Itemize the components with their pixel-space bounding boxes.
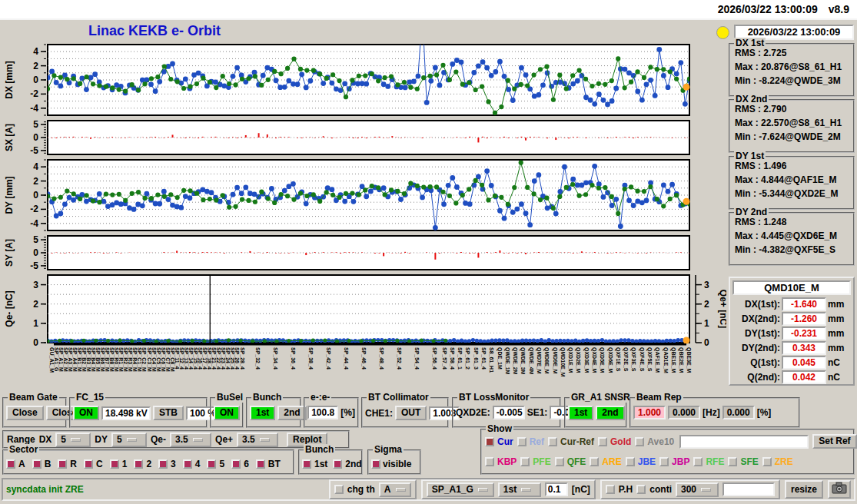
show-checkbox[interactable] xyxy=(693,457,703,466)
fc15-on-button[interactable]: ON xyxy=(73,406,99,420)
sector-checkbox[interactable] xyxy=(256,459,265,469)
range-qem-label: Qe- xyxy=(151,434,166,445)
show-checkbox[interactable] xyxy=(485,437,494,446)
sector-checkbox[interactable] xyxy=(158,459,168,469)
bunch-number-select[interactable]: 1st xyxy=(498,482,541,497)
range-qep-select[interactable]: 3.5 xyxy=(237,433,278,447)
hz-unit: [Hz] xyxy=(703,407,720,418)
sector-checkbox[interactable] xyxy=(110,459,119,469)
monitor-label: DY(2nd): xyxy=(732,343,780,353)
bunch-checkbox[interactable] xyxy=(333,459,342,469)
stats-dy-1st: DY 1st RMS : 1.496 Max : 4.844@QAF1E_M M… xyxy=(729,156,855,210)
monitor-value: -1.260 xyxy=(782,312,826,326)
range-qep-label: Qe+ xyxy=(215,434,233,445)
sector-checkbox[interactable] xyxy=(134,459,143,469)
busel-on-button[interactable]: ON xyxy=(214,406,240,420)
option-menu-indicator xyxy=(71,438,81,442)
sector-checkbox[interactable] xyxy=(84,459,93,469)
sector-item-6: 6 xyxy=(231,459,249,469)
se1-label: SE1: xyxy=(527,407,548,418)
option-menu-indicator xyxy=(127,438,137,442)
conti-checkbox[interactable] xyxy=(636,485,646,494)
range-dy-label: DY xyxy=(95,434,108,445)
chg-th-label: chg th xyxy=(347,484,375,495)
bunch-checkbox[interactable] xyxy=(302,459,311,469)
sector-checkbox[interactable] xyxy=(32,459,42,469)
screenshot-button[interactable] xyxy=(828,480,851,499)
show-label: SFE xyxy=(740,456,758,467)
monitor-row: DY(2nd): 0.343 mm xyxy=(732,340,851,355)
show-label: RFE xyxy=(706,456,724,467)
monitor-label: Q(1st): xyxy=(732,357,780,368)
bunch-select-group: Bunch 1st 2nd xyxy=(246,397,301,428)
snsr-1st-button[interactable]: 1st xyxy=(568,406,593,420)
show-checkbox[interactable] xyxy=(635,437,644,446)
bunch-2nd-button[interactable]: 2nd xyxy=(277,406,306,420)
monitor-unit: nC xyxy=(828,357,848,368)
monitor-value: 0.045 xyxy=(782,356,826,370)
sector-item-a: A xyxy=(6,459,25,469)
show-label: Ave10 xyxy=(647,436,674,447)
set-ref-button[interactable]: Set Ref xyxy=(812,434,856,449)
sector-checkbox[interactable] xyxy=(183,459,192,469)
stat-max: Max : 4.844@QAF1E_M xyxy=(735,174,853,185)
threshold-input[interactable] xyxy=(545,482,568,496)
show-checkbox[interactable] xyxy=(520,457,530,466)
snsr-2nd-button[interactable]: 2nd xyxy=(596,406,624,420)
extra-input[interactable] xyxy=(722,482,775,496)
sector-item-b: B xyxy=(32,459,51,469)
show-checkbox[interactable] xyxy=(728,457,737,466)
fc15-stb-button[interactable]: STB xyxy=(153,406,184,420)
sector-checkbox[interactable] xyxy=(58,459,67,469)
monitor-unit: mm xyxy=(828,299,848,310)
range-dx-select[interactable]: 5 xyxy=(55,433,91,447)
chg-th-checkbox[interactable] xyxy=(334,485,344,494)
sector-checkbox[interactable] xyxy=(207,459,216,469)
show-checkbox[interactable] xyxy=(555,457,564,466)
range-qem-select[interactable]: 3.5 xyxy=(170,433,211,447)
show-checkbox[interactable] xyxy=(517,437,526,446)
show-label: ZRE xyxy=(775,456,793,467)
stat-min: Min : -7.624@QWDE_2M xyxy=(735,131,853,142)
sector-checkbox[interactable] xyxy=(6,459,15,469)
ref-file-input[interactable] xyxy=(679,435,809,449)
show-item-jbp: JBP xyxy=(659,456,689,467)
ph-checkbox[interactable] xyxy=(606,485,615,494)
stat-rms: RMS : 2.725 xyxy=(735,48,853,58)
gr-snsr-group: GR_A1 SNSR 1st 2nd xyxy=(564,397,627,428)
sector-label: R xyxy=(70,459,77,469)
che1-out-button[interactable]: OUT xyxy=(395,406,427,420)
beam-rep-group: Beam Rep 1.000 0.000 [Hz] 0.000 [%] xyxy=(629,397,800,428)
sector-label: B xyxy=(45,459,51,469)
ph-label: P.H xyxy=(619,484,633,495)
show-checkbox[interactable] xyxy=(485,457,494,466)
group-title: Beam Gate xyxy=(8,392,59,403)
sector-checkbox[interactable] xyxy=(231,459,241,469)
show-checkbox[interactable] xyxy=(548,437,557,446)
show-checkbox[interactable] xyxy=(762,457,772,466)
show-checkbox[interactable] xyxy=(590,457,599,466)
sector-item-c: C xyxy=(84,459,103,469)
beam-gate-close-1-button[interactable]: Close xyxy=(6,406,44,420)
stats-dx-1st: DX 1st RMS : 2.725 Max : 20.876@S8_61_H1… xyxy=(729,43,855,97)
show-checkbox[interactable] xyxy=(598,437,607,446)
monitor-value: -1.640 xyxy=(782,297,826,311)
show-label: Cur xyxy=(497,436,513,447)
range-dy-select[interactable]: 5 xyxy=(111,433,147,447)
resize-button[interactable]: resize xyxy=(785,480,823,499)
group-title: GR_A1 SNSR xyxy=(570,392,632,403)
stat-rms: RMS : 1.248 xyxy=(735,217,853,227)
show-label: JBP xyxy=(672,456,689,467)
chg-th-select[interactable]: A xyxy=(379,482,411,497)
sigma-visible-checkbox[interactable] xyxy=(371,459,380,469)
show-label: JBE xyxy=(638,456,656,467)
points-select[interactable]: 300 xyxy=(676,482,719,497)
show-checkbox[interactable] xyxy=(626,457,635,466)
bpm-select-panel: SP_A1_G 1st [nC] xyxy=(421,479,596,499)
show-item-pfe: PFE xyxy=(520,456,550,467)
bpm-name-select[interactable]: SP_A1_G xyxy=(427,482,494,497)
camera-icon xyxy=(832,482,847,494)
bunch-1st-button[interactable]: 1st xyxy=(250,406,275,420)
monitor-label: DX(1st): xyxy=(732,299,780,310)
show-checkbox[interactable] xyxy=(659,457,669,466)
